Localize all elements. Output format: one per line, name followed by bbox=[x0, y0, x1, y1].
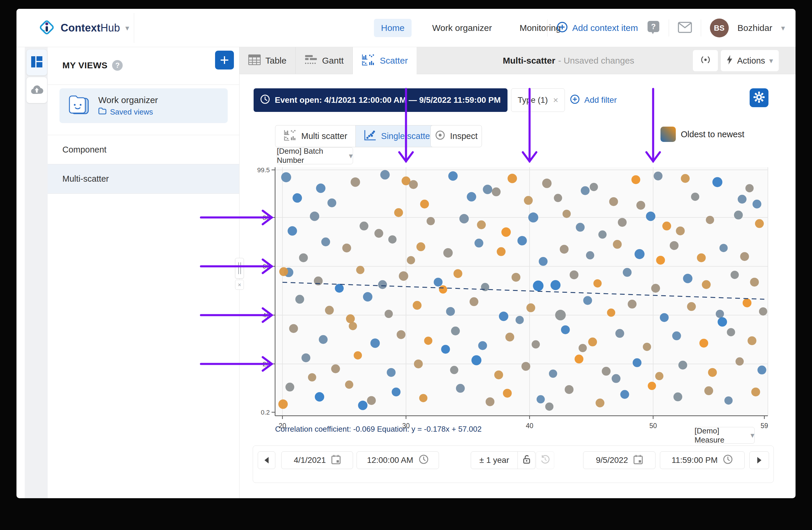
main-nav: Home Work organizer Monitoring bbox=[374, 9, 568, 47]
multi-scatter-icon bbox=[284, 129, 296, 143]
brand-name: ContextHub bbox=[61, 22, 120, 34]
chevron-left-icon bbox=[264, 457, 269, 463]
sidebar-title: MY VIEWS ? bbox=[62, 60, 123, 71]
add-context-item-button[interactable]: Add context item bbox=[556, 21, 638, 35]
inspect-button[interactable]: Inspect bbox=[431, 125, 482, 147]
left-icon-rail bbox=[25, 47, 48, 498]
svg-text:99.5: 99.5 bbox=[257, 166, 270, 174]
type-filter-chip[interactable]: Type (1) × bbox=[511, 88, 565, 112]
contexthub-logo-icon bbox=[38, 19, 55, 37]
nav-work-organizer[interactable]: Work organizer bbox=[425, 19, 499, 37]
add-view-button[interactable] bbox=[215, 51, 234, 69]
header-divider bbox=[669, 19, 669, 37]
history-icon bbox=[540, 455, 550, 466]
panel-collapse-button[interactable]: × bbox=[235, 280, 244, 290]
plus-circle-icon bbox=[569, 94, 580, 107]
correlation-stats: Correlation coefficient: -0.069 Equation… bbox=[275, 424, 482, 434]
svg-text:80: 80 bbox=[263, 214, 270, 221]
svg-text:?: ? bbox=[651, 22, 656, 31]
gantt-icon bbox=[304, 55, 317, 67]
saved-views-link[interactable]: Saved views bbox=[98, 108, 158, 116]
time-gradient-legend-label: Oldest to newest bbox=[681, 127, 744, 142]
x-dimension-dropdown[interactable]: [Demo] Batch Number ▾ bbox=[277, 147, 353, 164]
time-gradient-legend-icon bbox=[661, 127, 676, 142]
views-panel-toggle[interactable] bbox=[27, 50, 47, 75]
annotation-arrow-down bbox=[647, 89, 660, 161]
top-header: ContextHub ▾ Home Work organizer Monitor… bbox=[16, 9, 796, 47]
date-range-panel: 4/1/2021 12:00:00 AM ± 1 year 9/5/2022 bbox=[253, 446, 774, 483]
broadcast-icon bbox=[700, 55, 711, 67]
header-divider bbox=[134, 13, 134, 43]
view-tab-strip: Table Gantt bbox=[240, 47, 796, 74]
brand-logo[interactable]: ContextHub ▾ bbox=[38, 9, 129, 47]
end-date-input[interactable]: 9/5/2022 bbox=[583, 451, 655, 469]
actions-caret-icon: ▾ bbox=[769, 56, 773, 65]
header-right: Add context item ? BS Bozhidar ▾ bbox=[547, 9, 785, 47]
broadcast-button[interactable] bbox=[693, 50, 718, 71]
user-avatar[interactable]: BS bbox=[710, 18, 729, 38]
layout-icon bbox=[31, 56, 43, 69]
dropdown-caret-icon: ▾ bbox=[349, 151, 353, 161]
lock-open-icon bbox=[523, 455, 531, 466]
lock-range-button[interactable] bbox=[518, 451, 535, 469]
user-name[interactable]: Bozhidar bbox=[738, 23, 772, 33]
calendar-icon bbox=[331, 454, 341, 466]
my-views-sidebar: MY VIEWS ? Work organizer bbox=[48, 47, 240, 498]
chevron-right-icon bbox=[757, 457, 762, 463]
svg-text:40: 40 bbox=[526, 422, 533, 430]
panel-resize-handle[interactable] bbox=[235, 258, 244, 279]
remove-filter-icon[interactable]: × bbox=[553, 95, 559, 105]
help-icon[interactable]: ? bbox=[647, 20, 660, 36]
svg-text:60: 60 bbox=[263, 263, 270, 270]
svg-text:59: 59 bbox=[760, 422, 768, 430]
svg-text:50: 50 bbox=[649, 422, 657, 430]
lightning-icon bbox=[726, 55, 733, 67]
start-time-input[interactable]: 12:00:00 AM bbox=[357, 451, 439, 469]
end-time-input[interactable]: 11:59:00 PM bbox=[660, 451, 745, 469]
dropdown-caret-icon: ▾ bbox=[751, 431, 754, 440]
work-organizer-card[interactable]: Work organizer Saved views bbox=[59, 88, 228, 123]
clock-icon bbox=[723, 454, 733, 466]
sidebar-item-component[interactable]: Component bbox=[48, 135, 239, 164]
cloud-upload-button[interactable] bbox=[27, 77, 47, 103]
clock-icon bbox=[260, 94, 270, 106]
start-date-input[interactable]: 4/1/2021 bbox=[281, 451, 353, 469]
header-divider bbox=[701, 19, 701, 37]
multi-scatter-option[interactable]: Multi scatter bbox=[275, 125, 356, 147]
single-scatter-option[interactable]: Single scatter bbox=[356, 125, 441, 147]
gear-icon bbox=[753, 91, 765, 104]
scatter-mode-toggle: Multi scatter Single scatter bbox=[275, 125, 441, 147]
shift-range-forward-button[interactable] bbox=[749, 451, 769, 469]
range-span-button[interactable]: ± 1 year bbox=[471, 451, 518, 469]
user-menu-caret-icon[interactable]: ▾ bbox=[781, 24, 785, 33]
tab-gantt[interactable]: Gantt bbox=[296, 47, 353, 74]
plus-circle-icon bbox=[556, 21, 568, 35]
view-tabs: Table Gantt bbox=[240, 47, 417, 74]
cloud-upload-icon bbox=[30, 84, 44, 96]
folder-icon bbox=[98, 108, 106, 116]
nav-home[interactable]: Home bbox=[374, 19, 411, 37]
svg-text:0.2: 0.2 bbox=[261, 409, 270, 416]
header-divider bbox=[547, 19, 548, 37]
target-icon bbox=[435, 130, 446, 142]
mail-icon[interactable] bbox=[678, 22, 692, 34]
clock-icon bbox=[419, 454, 429, 466]
tab-table[interactable]: Table bbox=[240, 47, 296, 74]
scatter-chart-icon bbox=[362, 54, 375, 68]
add-filter-button[interactable]: Add filter bbox=[569, 88, 617, 112]
actions-button[interactable]: Actions ▾ bbox=[721, 50, 779, 71]
sidebar-item-multi-scatter[interactable]: Multi-scatter bbox=[48, 164, 239, 194]
reset-history-button[interactable] bbox=[536, 451, 554, 469]
y-dimension-dropdown[interactable]: [Demo] Measure ▾ bbox=[694, 427, 755, 444]
tab-scatter[interactable]: Scatter bbox=[353, 47, 417, 74]
shift-range-back-button[interactable] bbox=[258, 451, 275, 469]
folder-face-icon bbox=[68, 94, 91, 117]
table-icon bbox=[248, 55, 261, 67]
event-open-filter-chip[interactable]: Event open: 4/1/2021 12:00:00 AM — 9/5/2… bbox=[253, 88, 508, 112]
sidebar-header: MY VIEWS ? bbox=[48, 47, 239, 85]
brand-caret-icon[interactable]: ▾ bbox=[125, 24, 129, 33]
sidebar-help-icon[interactable]: ? bbox=[112, 60, 123, 71]
svg-text:40: 40 bbox=[263, 311, 270, 319]
chart-settings-button[interactable] bbox=[750, 88, 768, 107]
calendar-icon bbox=[634, 454, 643, 466]
